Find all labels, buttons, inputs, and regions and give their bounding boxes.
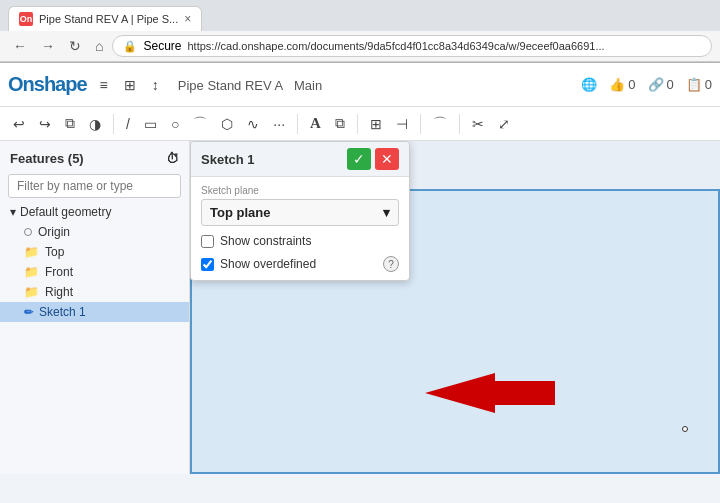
separator-2 [297,114,298,134]
redo-button[interactable]: ↪ [34,113,56,135]
show-constraints-label: Show constraints [220,234,311,248]
show-constraints-checkbox[interactable] [201,235,214,248]
sketch-dialog: Sketch 1 ✓ ✕ Sketch plane Top plane ▾ Sh… [190,141,410,281]
cancel-button[interactable]: ✕ [375,148,399,170]
sketch-toolbar: ↩ ↪ ⧉ ◑ / ▭ ○ ⌒ ⬡ ∿ ··· A ⧉ ⊞ ⊣ ⌒ ✂ ⤢ [0,107,720,141]
plane-value: Top plane [210,205,270,220]
feature-filter-input[interactable] [8,174,181,198]
address-bar[interactable]: 🔒 Secure https://cad.onshape.com/documen… [112,35,712,57]
share-stat: 📋 0 [686,77,712,92]
active-tab[interactable]: On Pipe Stand REV A | Pipe S... × [8,6,202,31]
refresh-button[interactable]: ↻ [64,35,86,57]
offset-tool[interactable]: ⧉ [330,112,350,135]
polygon-tool[interactable]: ⬡ [216,113,238,135]
show-constraints-row: Show constraints [201,234,399,248]
tree-item-origin-label: Origin [38,225,70,239]
default-geometry-group: ▾ Default geometry [0,202,189,222]
features-panel: Features (5) ⏱ ▾ Default geometry Origin… [0,141,190,474]
grid-button[interactable]: ⊞ [119,74,141,96]
tree-item-front-label: Front [45,265,73,279]
confirm-button[interactable]: ✓ [347,148,371,170]
timer-icon[interactable]: ⏱ [166,151,179,166]
help-button[interactable]: ? [383,256,399,272]
constraints-tool[interactable]: ⊞ [365,113,387,135]
transform-tool[interactable]: ⤢ [493,113,515,135]
features-title: Features (5) [10,151,84,166]
show-overdefined-checkbox[interactable] [201,258,214,271]
dialog-actions: ✓ ✕ [347,148,399,170]
tree-item-front[interactable]: 📁 Front [0,262,189,282]
header-right: 🌐 👍 0 🔗 0 📋 0 [581,77,712,92]
dialog-titlebar: Sketch 1 ✓ ✕ [191,142,409,177]
app-header: Onshape ≡ ⊞ ↕ Pipe Stand REV A Main 🌐 👍 … [0,63,720,107]
plane-select[interactable]: Top plane ▾ [201,199,399,226]
tab-bar: On Pipe Stand REV A | Pipe S... × [0,0,720,31]
arc-tool[interactable]: ⌒ [188,112,212,136]
line-tool[interactable]: / [121,113,135,135]
onshape-logo: Onshape [8,73,87,96]
folder-icon: 📁 [24,245,39,259]
doc-branch: Main [294,78,322,93]
secure-label: Secure [143,39,181,53]
doc-title: Pipe Stand REV A Main [172,75,574,95]
globe-icon[interactable]: 🌐 [581,77,597,92]
tab-favicon: On [19,12,33,26]
menu-button[interactable]: ≡ [95,74,113,96]
separator-3 [357,114,358,134]
show-overdefined-row: Show overdefined ? [201,256,399,272]
tree-item-top-label: Top [45,245,64,259]
tree-item-right-label: Right [45,285,73,299]
circle-tool[interactable]: ○ [166,113,184,135]
browser-chrome: On Pipe Stand REV A | Pipe S... × ← → ↻ … [0,0,720,63]
features-header: Features (5) ⏱ [0,147,189,170]
dialog-title: Sketch 1 [201,152,254,167]
like-stat: 👍 0 [609,77,635,92]
origin-icon [24,228,32,236]
link-stat: 🔗 0 [648,77,674,92]
address-text: https://cad.onshape.com/documents/9da5fc… [188,40,702,52]
dialog-body: Sketch plane Top plane ▾ Show constraint… [191,177,409,280]
tree-item-origin[interactable]: Origin [0,222,189,242]
nav-bar: ← → ↻ ⌂ 🔒 Secure https://cad.onshape.com… [0,31,720,62]
main-area: Features (5) ⏱ ▾ Default geometry Origin… [0,141,720,474]
folder-icon-right: 📁 [24,285,39,299]
fillet-tool[interactable]: ⌒ [428,112,452,136]
separator-5 [459,114,460,134]
dropdown-icon: ▾ [383,205,390,220]
tree-item-right[interactable]: 📁 Right [0,282,189,302]
rectangle-tool[interactable]: ▭ [139,113,162,135]
mirror-button[interactable]: ◑ [84,113,106,135]
canvas-dot [682,426,688,432]
back-button[interactable]: ← [8,35,32,57]
mirror2-tool[interactable]: ⊣ [391,113,413,135]
tab-title: Pipe Stand REV A | Pipe S... [39,13,178,25]
chevron-down-icon: ▾ [10,205,16,219]
folder-icon-front: 📁 [24,265,39,279]
sketch-icon: ✏ [24,306,33,319]
separator-4 [420,114,421,134]
layout-button[interactable]: ↕ [147,74,164,96]
separator-1 [113,114,114,134]
copy-button[interactable]: ⧉ [60,112,80,135]
canvas-area[interactable]: Top Sketch 1 ✓ ✕ Sketch plane Top plane … [190,141,720,474]
plane-field-label: Sketch plane [201,185,399,196]
tree-item-sketch1-label: Sketch 1 [39,305,86,319]
tab-close-button[interactable]: × [184,12,191,26]
lock-icon: 🔒 [123,40,137,53]
show-overdefined-label: Show overdefined [220,257,316,271]
undo-button[interactable]: ↩ [8,113,30,135]
more-tools[interactable]: ··· [268,113,290,135]
text-tool[interactable]: A [305,112,326,135]
forward-button[interactable]: → [36,35,60,57]
tree-item-top[interactable]: 📁 Top [0,242,189,262]
trim-tool[interactable]: ✂ [467,113,489,135]
home-button[interactable]: ⌂ [90,35,108,57]
header-icons: ≡ ⊞ ↕ [95,74,164,96]
tree-item-sketch1[interactable]: ✏ Sketch 1 [0,302,189,322]
spline-tool[interactable]: ∿ [242,113,264,135]
